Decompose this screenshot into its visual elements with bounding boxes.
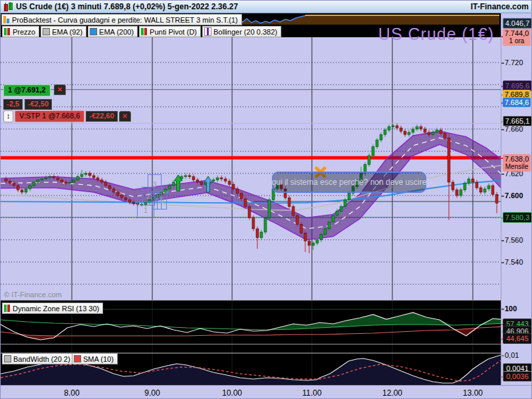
numbered-box-5[interactable]: 5 bbox=[157, 191, 167, 209]
x-axis-label: 9.00 bbox=[144, 388, 160, 398]
price-axis[interactable]: 7.7207.6607.6207.6007.5607.5401000,014.0… bbox=[501, 13, 532, 399]
axis-tick bbox=[501, 129, 504, 130]
rsi-icon bbox=[4, 305, 11, 312]
legend-label: Bollinger (20 0.382) bbox=[213, 28, 277, 36]
pnl-currency: -€2,50 bbox=[25, 99, 52, 110]
legend-label: Prezzo bbox=[13, 28, 35, 36]
bandwidth-panel[interactable]: BandWidth (20 2)SMA (10) bbox=[1, 344, 501, 385]
note-tooltip[interactable]: qui il sistema esce perchè? non deve usc… bbox=[272, 172, 426, 193]
pnl-row: -2,5 -€2,50 bbox=[3, 99, 52, 110]
title-bar: US Crude (1€) 3 minuti 7.689,8 (+0,02%) … bbox=[1, 1, 532, 13]
window-title: US Crude (1€) 3 minuti 7.689,8 (+0,02%) … bbox=[16, 2, 238, 11]
y-axis-value-badge: 4.046,7 bbox=[503, 18, 532, 29]
copyright-watermark: © IT-Finance.com bbox=[4, 291, 62, 299]
axis-tick bbox=[501, 63, 504, 64]
legend-item-prezzo[interactable]: Prezzo bbox=[2, 26, 39, 37]
trading-app-window: US Crude (1€) 3 minuti 7.689,8 (+0,02%) … bbox=[0, 0, 532, 399]
y-axis-value-badge: 7.638,0Mensile bbox=[503, 154, 531, 172]
y-axis-label: 7.540 bbox=[505, 258, 523, 266]
legend-item-sma-10-[interactable]: SMA (10) bbox=[72, 353, 118, 364]
y-axis-value-badge: 7.665,1 bbox=[503, 116, 532, 126]
y-axis-label: 7.600 bbox=[505, 192, 523, 200]
y-axis-label: 0,01 bbox=[505, 351, 519, 359]
probacktest-icon bbox=[3, 16, 10, 23]
legend-item-ema-92-[interactable]: EMA (92) bbox=[41, 26, 86, 37]
y-axis-label: 7.720 bbox=[505, 59, 523, 66]
x-axis-label: 10.00 bbox=[222, 388, 242, 398]
symbol-watermark: US Crude (1€) bbox=[378, 25, 494, 44]
x-axis-label: 11.00 bbox=[302, 388, 321, 398]
probacktest-label: ProBacktest - Curva guadagni e perdite: … bbox=[12, 16, 238, 24]
stop-pnl: -€22,60 bbox=[86, 111, 117, 122]
punti-pivot-d--icon bbox=[141, 28, 148, 35]
rsi-panel[interactable]: Dynamic Zone RSI (13 30) bbox=[1, 300, 501, 344]
cancel-stop-button[interactable]: ✕ bbox=[119, 111, 131, 122]
legend-icon bbox=[74, 355, 81, 362]
rsi-legend[interactable]: Dynamic Zone RSI (13 30) bbox=[2, 303, 103, 314]
legend-label: EMA (92) bbox=[52, 28, 82, 36]
stop-drag-handle[interactable]: ↕ bbox=[3, 110, 13, 122]
legend-label: EMA (200) bbox=[99, 28, 134, 36]
y-axis-value-badge: 7.580,3 bbox=[503, 212, 532, 223]
legend-item-bandwidth-20-2-[interactable]: BandWidth (20 2) bbox=[2, 353, 74, 364]
legend-item-punti-pivot-d-[interactable]: Punti Pivot (D) bbox=[139, 26, 201, 37]
legend-item-bollinger-20-0-382-[interactable]: Bollinger (20 0.382) bbox=[202, 26, 281, 37]
main-price-chart[interactable] bbox=[1, 25, 501, 300]
legend-label: Punti Pivot (D) bbox=[150, 28, 197, 36]
axis-tick bbox=[501, 309, 504, 310]
ema-92--icon bbox=[43, 28, 50, 35]
y-axis-value-badge: 7.744,01 ora bbox=[503, 29, 531, 46]
axis-tick bbox=[501, 262, 504, 263]
bandwidth-chart-canvas bbox=[1, 344, 501, 385]
y-axis-label: 7.560 bbox=[505, 236, 523, 244]
close-position-button[interactable]: ✕ bbox=[54, 84, 66, 95]
price-chart-canvas[interactable] bbox=[1, 25, 501, 300]
rsi-legend-label: Dynamic Zone RSI (13 30) bbox=[13, 305, 99, 313]
x-axis-label: 13.00 bbox=[463, 388, 483, 398]
x-axis-label: 8.00 bbox=[64, 388, 79, 398]
stop-order-row: ↕ V:STP 1 @7.668,6 -€22,60 ✕ bbox=[3, 110, 131, 122]
y-axis-value-badge: 44,645 bbox=[503, 333, 532, 344]
numbered-box-1[interactable]: 1 bbox=[137, 201, 154, 218]
axis-tick bbox=[501, 196, 504, 197]
prezzo-icon bbox=[4, 28, 11, 35]
pnl-points: -2,5 bbox=[3, 99, 23, 110]
time-axis[interactable]: 8.009.0010.0011.0012.0013.00 bbox=[1, 385, 532, 399]
legend-icon bbox=[4, 355, 11, 362]
open-position-tab[interactable]: 1 @7.691,2 bbox=[3, 84, 51, 96]
ema-200--icon bbox=[90, 28, 97, 35]
probacktest-legend[interactable]: ProBacktest - Curva guadagni e perdite: … bbox=[1, 14, 242, 25]
axis-tick bbox=[501, 240, 504, 241]
y-axis-value-badge: 7.684,6 bbox=[503, 98, 531, 107]
axis-tick bbox=[501, 174, 504, 175]
y-axis-label: 100 bbox=[505, 305, 517, 313]
y-axis-value-badge: 0,0036 bbox=[503, 371, 532, 382]
candlestick-icon bbox=[3, 2, 13, 11]
legend-label: BandWidth (20 2) bbox=[13, 355, 70, 363]
probacktest-panel[interactable]: ProBacktest - Curva guadagni e perdite: … bbox=[1, 13, 501, 25]
legend-label: SMA (10) bbox=[83, 355, 114, 363]
brand-link[interactable]: IT-Finance.com bbox=[471, 2, 529, 11]
bollinger-20-0-382--icon bbox=[204, 27, 211, 36]
stop-order-tab[interactable]: V:STP 1 @7.668,6 bbox=[15, 110, 84, 122]
axis-tick bbox=[501, 355, 504, 356]
legend-item-ema-200-[interactable]: EMA (200) bbox=[88, 26, 138, 37]
x-axis-label: 12.00 bbox=[382, 388, 402, 398]
